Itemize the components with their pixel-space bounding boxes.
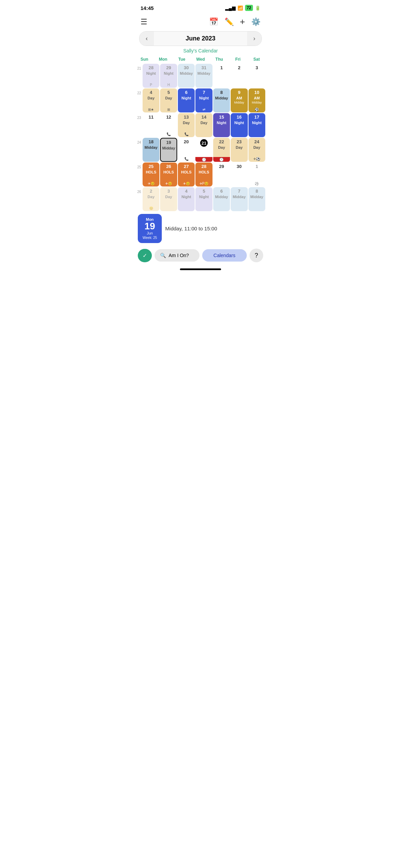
week-days-26: 2Day😊3Day4Night5Night6Midday7Midday8Midd… (143, 187, 265, 211)
day-number: 22 (219, 139, 224, 145)
table-row[interactable]: 22Day🕐🕐 (213, 138, 230, 162)
selected-day-num: 19 (143, 221, 157, 231)
table-row[interactable]: 16Night (231, 113, 247, 137)
table-row[interactable]: 4Night (178, 187, 195, 211)
table-row[interactable]: 29NightH (160, 64, 177, 88)
wifi-icon: 📶 (238, 5, 243, 11)
week-row-24: 2418Midday19Midday20📞21🕐🕐22Day🕐🕐23Day24D… (134, 138, 267, 162)
table-row[interactable]: 2Day😊 (143, 187, 159, 211)
week-row-23: 231112📞13Day📞14Day15Night16Night17Night (134, 113, 267, 138)
day-number: 8 (220, 90, 223, 95)
table-row[interactable]: 5Day⊞ (160, 88, 177, 112)
day-number: 27 (184, 164, 189, 169)
day-icons: ⊞★ (148, 108, 154, 111)
table-row[interactable]: 12📞 (160, 113, 177, 137)
edit-button[interactable]: ✏️ (224, 17, 234, 26)
day-number: 30 (237, 164, 242, 169)
table-row[interactable]: 18Midday (143, 138, 159, 162)
status-time: 14:45 (141, 5, 154, 11)
header-tue: Tue (172, 56, 191, 63)
check-button[interactable]: ✓ (138, 249, 152, 262)
selected-month: Jun (143, 231, 157, 235)
day-number: 7 (203, 90, 205, 95)
menu-button[interactable]: ☰ (141, 17, 147, 26)
day-label: Day (253, 145, 260, 150)
table-row[interactable]: 14Day (195, 113, 212, 137)
table-row[interactable]: 8Midday (248, 187, 265, 211)
table-row[interactable]: 8Midday (213, 88, 230, 112)
day-number: 24 (254, 139, 259, 145)
day-number: 7 (238, 189, 240, 194)
table-row[interactable]: 21🕐🕐 (195, 138, 212, 162)
table-row[interactable]: 29 (213, 162, 230, 186)
day-icons: ✈😊 (183, 182, 190, 185)
prev-month-button[interactable]: ‹ (139, 32, 154, 46)
day-number: 4 (150, 90, 152, 95)
table-row[interactable]: 31Midday (195, 64, 212, 88)
table-row[interactable]: 6Night (178, 88, 195, 112)
table-row[interactable]: 28NightP (143, 64, 159, 88)
week-row-25: 2525HOLS✈😊26HOLS✈😊27HOLS✈😊28HOLS✈P😊29301… (134, 162, 267, 187)
table-row[interactable]: 3Day (160, 187, 177, 211)
table-row[interactable]: 19Midday (160, 138, 177, 162)
week-row-26: 262Day😊3Day4Night5Night6Midday7Midday8Mi… (134, 187, 267, 212)
table-row[interactable]: 2 (231, 64, 247, 88)
table-row[interactable]: 23Day (231, 138, 247, 162)
day-label: Night (182, 96, 191, 100)
calendar-view-button[interactable]: 📅 (209, 17, 218, 26)
day-number: 3 (256, 65, 258, 71)
day-number: 2 (238, 65, 240, 71)
settings-button[interactable]: ⚙️ (251, 17, 260, 26)
day-icons: ⊞ (167, 108, 170, 111)
week-number-26: 26 (136, 187, 143, 212)
table-row[interactable]: 9AMMidday (231, 88, 247, 112)
day-number: 4 (185, 189, 187, 194)
month-title: June 2023 (154, 32, 247, 46)
table-row[interactable]: 4Day⊞★ (143, 88, 159, 112)
status-icons: ▂▄▆ 📶 72 🔋 (225, 5, 260, 11)
day-label: Day (165, 96, 172, 100)
table-row[interactable]: 24Day✈⚽ (248, 138, 265, 162)
next-month-button[interactable]: › (247, 32, 262, 46)
week-days-22: 4Day⊞★5Day⊞6Night7Night⇌8Midday9AMMidday… (143, 88, 265, 112)
toolbar-right: 📅 ✏️ + ⚙️ (209, 16, 260, 27)
table-row[interactable]: 28HOLS✈P😊 (195, 162, 212, 186)
table-row[interactable]: 10AMMidday⚽ (248, 88, 265, 112)
table-row[interactable]: 6Midday (213, 187, 230, 211)
table-row[interactable]: 25HOLS✈😊 (143, 162, 159, 186)
table-row[interactable]: 27HOLS✈😊 (178, 162, 195, 186)
day-label: Midday (145, 145, 158, 150)
table-row[interactable]: 17Night (248, 113, 265, 137)
week-number-24: 24 (136, 138, 143, 162)
table-row[interactable]: 1⚽ (248, 162, 265, 186)
table-row[interactable]: 15Night (213, 113, 230, 137)
search-button[interactable]: 🔍 Am I On? (155, 249, 199, 262)
header-thu: Thu (210, 56, 229, 63)
day-number: 6 (220, 189, 223, 194)
day-number: 3 (168, 189, 170, 194)
day-number: 12 (166, 114, 171, 120)
day-number: 9 (238, 90, 240, 95)
table-row[interactable]: 1 (213, 64, 230, 88)
day-label: HOLS (181, 170, 192, 174)
table-row[interactable]: 13Day📞 (178, 113, 195, 137)
table-row[interactable]: 11 (143, 113, 159, 137)
day-number: 1 (256, 164, 258, 169)
calendars-button[interactable]: Calendars (202, 249, 247, 262)
day-icons: ⇌ (203, 108, 205, 111)
table-row[interactable]: 3 (248, 64, 265, 88)
day-number: 15 (219, 114, 224, 120)
search-label: Am I On? (169, 253, 189, 258)
week-days-21: 28NightP29NightH30Midday31Midday123 (143, 64, 265, 88)
table-row[interactable]: 7Night⇌ (195, 88, 212, 112)
add-button[interactable]: + (240, 16, 245, 27)
table-row[interactable]: 26HOLS✈😊 (160, 162, 177, 186)
table-row[interactable]: 20📞 (178, 138, 195, 162)
day-number: 29 (166, 65, 171, 71)
table-row[interactable]: 30Midday (178, 64, 195, 88)
table-row[interactable]: 7Midday (231, 187, 247, 211)
table-row[interactable]: 5Night (195, 187, 212, 211)
day-label: Midday (162, 146, 175, 150)
help-button[interactable]: ? (250, 249, 263, 262)
table-row[interactable]: 30 (231, 162, 247, 186)
